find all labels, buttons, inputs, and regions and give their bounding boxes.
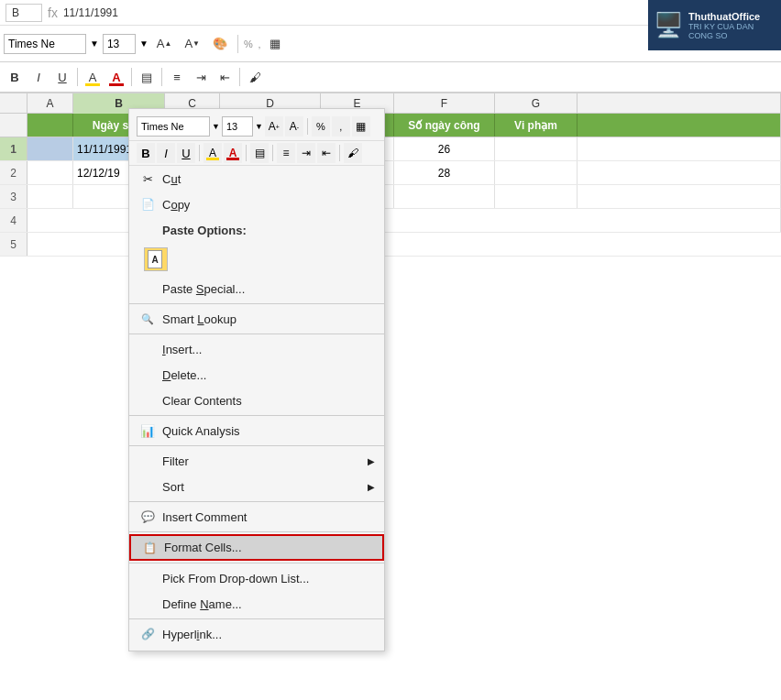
- sep5: [239, 68, 240, 86]
- ctx-paste-special[interactable]: Paste Special...: [129, 276, 384, 301]
- ctx-cell-border[interactable]: ▦: [352, 116, 370, 137]
- font-name-box[interactable]: Times Ne: [4, 34, 86, 54]
- ctx-sort[interactable]: Sort ▶: [129, 474, 384, 499]
- cell-ref-box[interactable]: B: [6, 4, 42, 22]
- row1-cell-f[interactable]: 26: [394, 137, 495, 160]
- ctx-decrease-font[interactable]: A-: [285, 116, 303, 137]
- ctx-percent[interactable]: %: [312, 116, 330, 137]
- header-cell-g[interactable]: Vi phạm: [495, 114, 578, 137]
- borders-btn[interactable]: ▦: [264, 32, 286, 56]
- row2-cell-a[interactable]: [28, 161, 73, 184]
- ctx-underline-btn[interactable]: U: [177, 143, 195, 163]
- col-header-g[interactable]: G: [495, 93, 578, 114]
- header-cell-f[interactable]: Số ngày công: [394, 114, 495, 137]
- font-size-dropdown-icon[interactable]: ▼: [139, 38, 148, 49]
- spreadsheet: A B C D E F G Ngày sinh Team Số ngày côn…: [0, 93, 781, 257]
- font-dropdown-icon[interactable]: ▼: [90, 38, 99, 49]
- comma-btn[interactable]: ‚: [258, 38, 260, 49]
- ctx-define-name[interactable]: Define Name...: [129, 591, 384, 617]
- paint-format-btn[interactable]: 🖌: [244, 65, 266, 89]
- ctx-quick-analysis[interactable]: 📊 Quick Analysis: [129, 418, 384, 443]
- ctx-italic-btn[interactable]: I: [157, 143, 175, 163]
- paste-special-label: Paste Special...: [162, 282, 245, 296]
- ctx-align-btn[interactable]: ≡: [277, 143, 295, 163]
- ctx-font-size[interactable]: 13: [222, 116, 253, 137]
- ctx-pick-dropdown[interactable]: Pick From Drop-down List...: [129, 565, 384, 591]
- sep-after-sort: [129, 501, 384, 502]
- ctx-insert-comment[interactable]: 💬 Insert Comment: [129, 504, 384, 530]
- sep2: [77, 68, 78, 86]
- decrease-indent-btn[interactable]: ⇤: [214, 65, 236, 89]
- table-header-row: Ngày sinh Team Số ngày công Vi phạm: [0, 114, 781, 137]
- ctx-font-name[interactable]: Times Ne: [137, 116, 210, 137]
- ctx-size-dropdown[interactable]: ▼: [255, 122, 263, 131]
- italic-btn[interactable]: I: [28, 65, 50, 89]
- ctx-insert[interactable]: Insert...: [129, 336, 384, 362]
- ctx-smart-lookup[interactable]: 🔍 Smart Lookup: [129, 306, 384, 332]
- ctx-filter[interactable]: Filter ▶: [129, 448, 384, 474]
- table-row: 5: [0, 233, 781, 257]
- ctx-mini-toolbar: Times Ne ▼ 13 ▼ A+ A- % , ▦: [129, 113, 384, 141]
- row3-cell-f[interactable]: [394, 185, 495, 208]
- ctx-paste-a[interactable]: A: [129, 243, 384, 276]
- filter-arrow: ▶: [368, 456, 375, 466]
- ctx-cut[interactable]: ✂ Cut: [129, 166, 384, 191]
- sort-arrow: ▶: [368, 482, 375, 492]
- ctx-border-btn[interactable]: ▤: [250, 143, 269, 163]
- header-row-num: [0, 114, 28, 137]
- increase-indent-btn[interactable]: ⇥: [190, 65, 212, 89]
- row3-cell-g[interactable]: [495, 185, 578, 208]
- row2-cell-f[interactable]: 28: [394, 161, 495, 184]
- ctx-copy[interactable]: 📄 Copy: [129, 191, 384, 217]
- ctx-outdent-btn[interactable]: ⇤: [317, 143, 336, 163]
- ctx-font-color-btn[interactable]: A: [224, 143, 242, 163]
- copy-label: Copy: [162, 198, 190, 212]
- font-size-box[interactable]: 13: [103, 34, 136, 54]
- ctx-paint-btn[interactable]: 🖌: [344, 143, 362, 163]
- col-header-f[interactable]: F: [394, 93, 495, 114]
- ctx-sep1: [307, 118, 308, 135]
- highlight-icon: A: [89, 71, 97, 84]
- row-num-header: [0, 93, 28, 113]
- logo-icon: 🖥️: [654, 11, 683, 39]
- row1-cell-g[interactable]: [495, 137, 578, 160]
- highlight-btn[interactable]: A: [82, 65, 104, 89]
- row1-cell-a[interactable]: [28, 137, 73, 160]
- pick-dropdown-label: Pick From Drop-down List...: [162, 572, 309, 585]
- cut-icon: ✂: [138, 170, 157, 188]
- align-left-btn[interactable]: ≡: [166, 65, 188, 89]
- ctx-increase-font[interactable]: A+: [265, 116, 283, 137]
- ctx-clear-contents[interactable]: Clear Contents: [129, 388, 384, 413]
- ctx-sep2: [199, 145, 200, 161]
- ctx-highlight-bar: [206, 158, 219, 160]
- sep-after-format: [129, 563, 384, 563]
- ctx-font-dropdown[interactable]: ▼: [212, 122, 220, 131]
- col-header-a[interactable]: A: [28, 93, 73, 114]
- empty-rows: 4 5: [0, 209, 781, 257]
- underline-btn[interactable]: U: [51, 65, 73, 89]
- ctx-indent-btn[interactable]: ⇥: [297, 143, 315, 163]
- ctx-format-cells[interactable]: 📋 Format Cells...: [129, 534, 384, 561]
- row1-num: 1: [0, 137, 28, 160]
- ctx-paste-options-label: Paste Options:: [129, 217, 384, 243]
- percent-btn[interactable]: %: [244, 38, 253, 49]
- ctx-comma[interactable]: ,: [332, 116, 350, 137]
- header-cell-a[interactable]: [28, 114, 73, 137]
- logo-title: ThuthuatOffice: [688, 11, 776, 22]
- row3-cell-a[interactable]: [28, 185, 73, 208]
- font-color-btn[interactable]: 🎨: [208, 32, 232, 56]
- ctx-delete[interactable]: Delete...: [129, 362, 384, 388]
- sep4: [161, 68, 162, 86]
- increase-font-btn[interactable]: A▲: [152, 32, 177, 56]
- font-color-a-btn[interactable]: A: [105, 65, 127, 89]
- bold-btn[interactable]: B: [4, 65, 26, 89]
- copy-icon: 📄: [138, 195, 157, 213]
- comment-icon: 💬: [138, 508, 157, 526]
- borders-btn2[interactable]: ▤: [136, 65, 158, 89]
- ctx-highlight-btn[interactable]: A: [204, 143, 222, 163]
- ctx-bold-btn[interactable]: B: [137, 143, 155, 163]
- sep-after-define: [129, 618, 384, 619]
- row2-cell-g[interactable]: [495, 161, 578, 184]
- decrease-font-btn[interactable]: A▼: [180, 32, 204, 56]
- ctx-hyperlink[interactable]: 🔗 Hyperlink...: [129, 621, 384, 647]
